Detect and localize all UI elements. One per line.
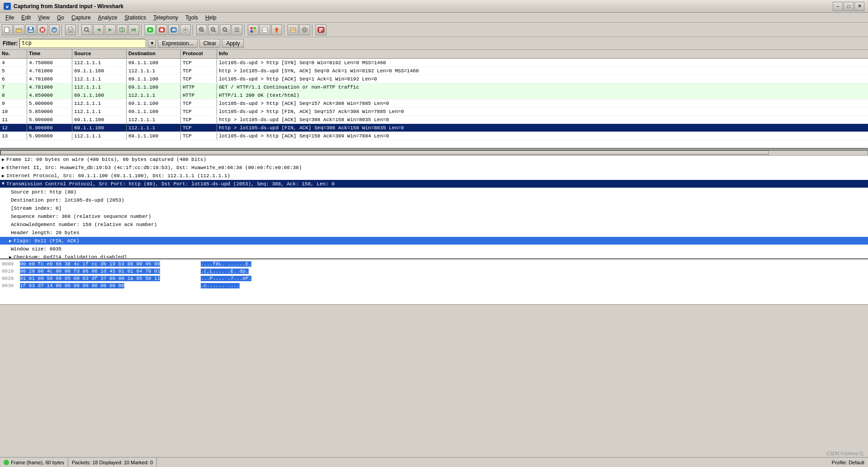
packet-row[interactable]: 7 4.781000 112.1.1.1 69.1.1.100 HTTP GET… xyxy=(0,83,868,91)
detail-row[interactable]: ▶Flags: 0x11 (FIN, ACK) xyxy=(0,237,868,245)
cell-src: 69.1.1.100 xyxy=(72,116,127,123)
go-to-packet-button[interactable] xyxy=(117,24,127,35)
detail-text: Acknowledgement number: 158 (relative ac… xyxy=(11,222,157,227)
packet-row[interactable]: 4 4.750000 112.1.1.1 69.1.1.100 TCP lot1… xyxy=(0,59,868,67)
close-capture-button[interactable] xyxy=(37,24,48,35)
detail-row[interactable]: ▶Checksum: 0xd714 [validation disabled] xyxy=(0,253,868,259)
hex-row: 0030 1f 63 d7 14 00 00 00 00 00 00 00 00… xyxy=(2,282,866,289)
detail-row[interactable]: Destination port: lot105-ds-upd (2053) xyxy=(0,196,868,204)
detail-pane: ▶Frame 12: 60 bytes on wire (480 bits), … xyxy=(0,156,868,259)
menu-help[interactable]: Help xyxy=(202,14,220,22)
cell-info: http > lot105-ds-upd [SYN, ACK] Seq=0 Ac… xyxy=(217,67,868,75)
cell-info: lot105-ds-upd > http [ACK] Seq=157 Ack=3… xyxy=(217,100,868,107)
horizontal-scrollbar[interactable] xyxy=(0,149,868,156)
packet-row[interactable]: 8 4.859000 69.1.1.100 112.1.1.1 HTTP HTT… xyxy=(0,91,868,99)
menu-go[interactable]: Go xyxy=(53,14,68,22)
menu-analyze[interactable]: Analyze xyxy=(94,14,121,22)
export-button[interactable] xyxy=(271,24,282,35)
hex-offset: 0030 xyxy=(2,283,20,288)
titlebar-title: Capturing from Standard input - Wireshar… xyxy=(14,3,123,9)
cell-info: http > lot105-ds-upd [FIN, ACK] Seq=308 … xyxy=(217,124,868,132)
new-capture-button[interactable] xyxy=(2,24,13,35)
cell-src: 112.1.1.1 xyxy=(72,59,127,66)
detail-row[interactable]: ▼Transmission Control Protocol, Src Port… xyxy=(0,180,868,188)
zoom-in-button[interactable] xyxy=(196,24,207,35)
cell-proto: TCP xyxy=(181,100,217,107)
detail-row[interactable]: Sequence number: 308 (relative sequence … xyxy=(0,212,868,221)
stop-capture-button[interactable] xyxy=(156,24,167,35)
detail-row[interactable]: ▶Internet Protocol, Src: 69.1.1.100 (69.… xyxy=(0,172,868,180)
col-header-no: No. xyxy=(0,50,27,58)
toolbar: 1 xyxy=(0,23,868,37)
coloring-rules-button[interactable] xyxy=(288,24,298,35)
find-button[interactable] xyxy=(81,24,92,35)
maximize-button[interactable]: □ xyxy=(844,2,854,11)
colorize-button[interactable] xyxy=(248,24,259,35)
cell-proto: HTTP xyxy=(181,92,217,99)
svg-marker-23 xyxy=(132,28,136,32)
settings-button[interactable] xyxy=(299,24,310,35)
detail-row[interactable]: ▶Frame 12: 60 bytes on wire (480 bits), … xyxy=(0,156,868,164)
cell-proto: TCP xyxy=(181,124,217,132)
menu-file[interactable]: File xyxy=(2,14,18,22)
cell-dst: 69.1.1.100 xyxy=(127,84,181,91)
menu-view[interactable]: View xyxy=(34,14,53,22)
status-frame-icon: Frame (frame), 60 bytes xyxy=(0,458,68,467)
filter-input[interactable] xyxy=(19,39,146,48)
go-to-first-button[interactable] xyxy=(128,24,139,35)
packet-row[interactable]: 12 5.906000 69.1.1.100 112.1.1.1 TCP htt… xyxy=(0,124,868,132)
cell-src: 112.1.1.1 xyxy=(72,108,127,115)
packet-row[interactable]: 13 5.906000 112.1.1.1 69.1.1.100 TCP lot… xyxy=(0,132,868,140)
detail-row[interactable]: [Stream index: 0] xyxy=(0,204,868,212)
clear-button[interactable]: Clear xyxy=(199,39,221,48)
menu-capture[interactable]: Capture xyxy=(68,14,94,22)
expression-button[interactable]: Expression... xyxy=(158,39,197,48)
separator-2 xyxy=(78,24,80,35)
go-forward-button[interactable] xyxy=(105,24,116,35)
status-profile-text: Profile: Default xyxy=(832,460,864,465)
svg-marker-19 xyxy=(97,28,100,32)
reload-button[interactable] xyxy=(49,24,60,35)
resize-columns-button[interactable] xyxy=(231,24,242,35)
start-capture-button[interactable] xyxy=(145,24,156,35)
packet-row[interactable]: 6 4.781000 112.1.1.1 69.1.1.100 TCP lot1… xyxy=(0,75,868,83)
save-button[interactable] xyxy=(25,24,36,35)
apply-button[interactable]: Apply xyxy=(222,39,244,48)
packet-row[interactable]: 10 5.859000 112.1.1.1 69.1.1.100 TCP lot… xyxy=(0,108,868,116)
print-button[interactable] xyxy=(65,24,76,35)
cell-dst: 112.1.1.1 xyxy=(127,92,181,99)
packet-row[interactable]: 5 4.781000 69.1.1.100 112.1.1.1 TCP http… xyxy=(0,67,868,75)
zoom-out-button[interactable] xyxy=(208,24,219,35)
menu-telephony[interactable]: Telephony xyxy=(150,14,182,22)
detail-row[interactable]: ▶Ethernet II, Src: HuaweiTe_db:19:b3 (4c… xyxy=(0,164,868,172)
menu-tools[interactable]: Tools xyxy=(182,14,202,22)
titlebar-left: W Capturing from Standard input - Wiresh… xyxy=(4,3,123,10)
menu-edit[interactable]: Edit xyxy=(18,14,34,22)
svg-point-59 xyxy=(302,27,307,33)
detail-text: Checksum: 0xd714 [validation disabled] xyxy=(14,255,127,260)
statusbar: Frame (frame), 60 bytes Packets: 18 Disp… xyxy=(0,457,868,467)
svg-line-42 xyxy=(226,31,227,32)
packet-row[interactable]: 11 5.906000 69.1.1.100 112.1.1.1 TCP htt… xyxy=(0,116,868,124)
packet-row[interactable]: 9 5.000000 112.1.1.1 69.1.1.100 TCP lot1… xyxy=(0,99,868,108)
cell-time: 5.000000 xyxy=(27,100,72,107)
detail-row[interactable]: Acknowledgement number: 158 (relative ac… xyxy=(0,221,868,229)
detail-row[interactable]: Window size: 8035 xyxy=(0,245,868,253)
filter-dropdown-button[interactable]: ▼ xyxy=(148,39,156,48)
go-back-button[interactable] xyxy=(93,24,104,35)
options-button[interactable] xyxy=(180,24,191,35)
detail-row[interactable]: Source port: http (80) xyxy=(0,188,868,196)
open-button[interactable] xyxy=(14,24,24,35)
cell-time: 4.781000 xyxy=(27,75,72,83)
titlebar-controls: − □ ✕ xyxy=(833,2,864,11)
close-button[interactable]: ✕ xyxy=(854,2,864,11)
cell-info: http > lot105-ds-upd [ACK] Seq=308 Ack=1… xyxy=(217,116,868,123)
restart-capture-button[interactable] xyxy=(168,24,179,35)
minimize-button[interactable]: − xyxy=(833,2,843,11)
help-toolbar-button[interactable] xyxy=(316,24,326,35)
filterbar: Filter: ▼ Expression... Clear Apply xyxy=(0,37,868,50)
zoom-normal-button[interactable]: 1 xyxy=(220,24,231,35)
detail-row[interactable]: Header length: 20 bytes xyxy=(0,229,868,237)
menu-statistics[interactable]: Statistics xyxy=(121,14,150,22)
print2-button[interactable] xyxy=(259,24,270,35)
